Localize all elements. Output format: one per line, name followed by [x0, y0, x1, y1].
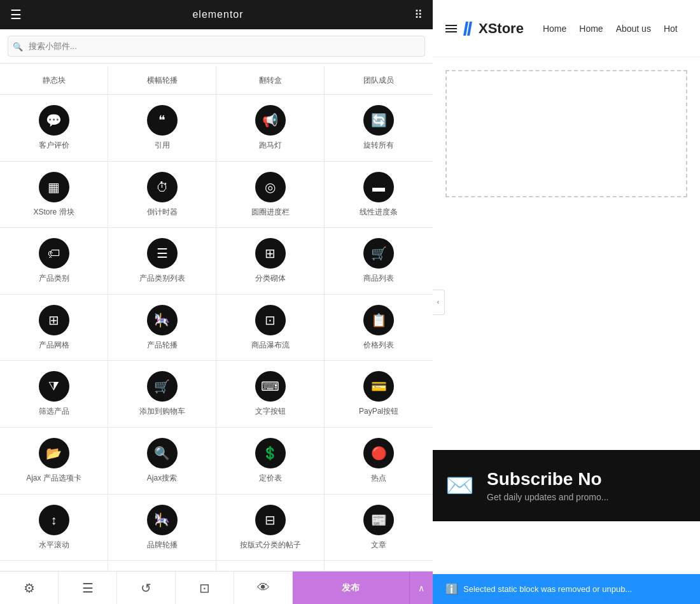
- widget-item[interactable]: ❝引用: [108, 95, 216, 161]
- widget-icon-4-0: ⧩: [39, 371, 69, 402]
- bottom-toolbar: ⚙ ☰ ↺ ⊡ 👁 发布 ∧: [0, 571, 433, 604]
- widget-label: 添加到购物车: [139, 407, 185, 417]
- widget-label: 商品瀑布流: [251, 341, 290, 351]
- subscribe-mail-icon: ✉️: [445, 472, 474, 499]
- layers-toolbar-button[interactable]: ☰: [59, 572, 117, 604]
- widget-item[interactable]: 🎠文章轮播: [216, 561, 325, 571]
- settings-icon: ⚙: [24, 580, 35, 596]
- widget-item[interactable]: 🛒添加到购物车: [108, 361, 216, 427]
- collapse-panel-button[interactable]: ‹: [433, 290, 445, 315]
- widget-item[interactable]: 🔄旋转所有: [325, 95, 433, 161]
- widget-item[interactable]: 🛒商品列表: [325, 228, 433, 294]
- widget-icon-1-1: ⏱: [147, 172, 178, 202]
- widget-item[interactable]: ⌨文字按钮: [216, 361, 325, 427]
- widget-icon-4-2: ⌨: [255, 371, 286, 402]
- subscribe-text-area: Subscribe No Get daily updates and promo…: [487, 469, 608, 502]
- widget-icon-5-3: 🔴: [363, 438, 394, 468]
- widget-row-4: ⧩筛选产品🛒添加到购物车⌨文字按钮💳PayPal按钮: [0, 361, 433, 428]
- widget-icon-2-0: 🏷: [39, 238, 69, 269]
- empty-content-area: [445, 70, 687, 197]
- widget-label: 圆圈进度栏: [251, 207, 290, 218]
- widget-icon-3-0: ⊞: [39, 305, 69, 335]
- widget-item[interactable]: 🔍Ajax搜索: [108, 428, 216, 494]
- chevron-left-icon: ‹: [437, 298, 439, 306]
- widget-item[interactable]: 💲定价表: [216, 428, 325, 494]
- widget-label: 商品列表: [363, 274, 394, 284]
- app-title: elementor: [192, 9, 243, 20]
- widget-label: 文字按钮: [255, 407, 286, 417]
- widget-item[interactable]: 🎠产品轮播: [108, 295, 216, 361]
- nav-logo-text: XStore: [479, 20, 524, 37]
- widget-label: 客户评价: [39, 141, 69, 151]
- widget-item[interactable]: ⊡商品瀑布流: [216, 295, 325, 361]
- widget-item[interactable]: ↕水平滚动: [0, 495, 108, 561]
- hamburger-menu-icon[interactable]: ☰: [10, 7, 22, 22]
- widget-icon-4-1: 🛒: [147, 371, 178, 402]
- nav-link-home1[interactable]: Home: [543, 24, 566, 34]
- widget-item[interactable]: 🏷产品类别: [0, 228, 108, 294]
- widget-icon-2-3: 🛒: [363, 238, 394, 269]
- nav-link-home2[interactable]: Home: [579, 24, 603, 34]
- widget-icon-3-2: ⊡: [255, 305, 286, 335]
- preview-nav: XStore Home Home About us Hot: [433, 0, 700, 57]
- chevron-up-icon: ∧: [418, 583, 424, 593]
- widget-label: 分类砌体: [255, 274, 286, 284]
- top-bar: ☰ elementor ⠿: [0, 0, 433, 29]
- widget-icon-6-2: ⊟: [255, 505, 286, 535]
- publish-button[interactable]: 发布: [293, 572, 409, 604]
- widget-icon-3-3: 📋: [363, 305, 394, 335]
- widget-icon-0-3: 🔄: [363, 105, 394, 136]
- widget-icon-6-1: 🎠: [147, 505, 178, 535]
- banner-carousel-item[interactable]: 横幅轮播: [108, 66, 216, 94]
- subscribe-subtitle: Get daily updates and promo...: [487, 492, 608, 502]
- search-bar: [0, 29, 433, 64]
- widget-item[interactable]: 📢跑马灯: [216, 95, 325, 161]
- search-input[interactable]: [8, 36, 425, 57]
- nav-link-hot[interactable]: Hot: [664, 24, 678, 34]
- widget-item[interactable]: ⊞分类砌体: [216, 228, 325, 294]
- widget-icon-6-3: 📰: [363, 505, 394, 535]
- widget-item[interactable]: 🎠品牌轮播: [108, 495, 216, 561]
- widget-label: 引用: [155, 141, 170, 151]
- widget-item[interactable]: 💬客户评价: [0, 95, 108, 161]
- preview-toolbar-button[interactable]: 👁: [234, 572, 293, 604]
- history-icon: ↺: [141, 580, 151, 596]
- widget-icon-5-1: 🔍: [147, 438, 178, 468]
- widget-item[interactable]: 📂Ajax 产品选项卡: [0, 428, 108, 494]
- widget-item[interactable]: ⏱倒计时器: [108, 162, 216, 228]
- widget-item[interactable]: ☰产品类别列表: [108, 228, 216, 294]
- widget-row-3: ⊞产品网格🎠产品轮播⊡商品瀑布流📋价格列表: [0, 295, 433, 362]
- info-icon: ℹ️: [445, 583, 458, 595]
- widget-item[interactable]: 💳PayPal按钮: [325, 361, 433, 427]
- widget-item[interactable]: 🏷文章标签: [108, 561, 216, 571]
- widget-label: 产品轮播: [147, 341, 178, 351]
- publish-chevron-button[interactable]: ∧: [410, 572, 433, 604]
- widget-label: XStore 滑块: [33, 207, 74, 218]
- widget-item[interactable]: ▦XStore 滑块: [0, 162, 108, 228]
- flip-box-item[interactable]: 翻转盒: [216, 66, 325, 94]
- widget-item[interactable]: 📅岗位时间轴: [325, 561, 433, 571]
- widget-item[interactable]: 📰文章: [325, 495, 433, 561]
- widget-item[interactable]: 📋价格列表: [325, 295, 433, 361]
- team-members-item[interactable]: 团队成员: [325, 66, 433, 94]
- widget-label: 水平滚动: [39, 540, 69, 551]
- widget-item[interactable]: 📋文章网络: [0, 561, 108, 571]
- nav-links: Home Home About us Hot: [543, 24, 678, 34]
- widget-item[interactable]: ⧩筛选产品: [0, 361, 108, 427]
- history-toolbar-button[interactable]: ↺: [117, 572, 176, 604]
- widget-icon-4-3: 💳: [363, 371, 394, 402]
- nav-link-about[interactable]: About us: [616, 24, 651, 34]
- static-row: 静态块 横幅轮播 翻转盒 团队成员: [0, 66, 433, 95]
- responsive-toolbar-button[interactable]: ⊡: [176, 572, 234, 604]
- widget-icon-1-2: ◎: [255, 172, 286, 202]
- widget-item[interactable]: ◎圆圈进度栏: [216, 162, 325, 228]
- preview-panel: XStore Home Home About us Hot ‹ ✉️ Subsc…: [433, 0, 700, 604]
- widget-item[interactable]: 🔴热点: [325, 428, 433, 494]
- grid-view-icon[interactable]: ⠿: [414, 8, 423, 22]
- widget-item[interactable]: ⊞产品网格: [0, 295, 108, 361]
- settings-toolbar-button[interactable]: ⚙: [0, 572, 59, 604]
- static-block-item[interactable]: 静态块: [0, 66, 108, 94]
- widget-label: 跑马灯: [259, 141, 282, 151]
- widget-item[interactable]: ⊟按版式分类的帖子: [216, 495, 325, 561]
- widget-item[interactable]: ▬线性进度条: [325, 162, 433, 228]
